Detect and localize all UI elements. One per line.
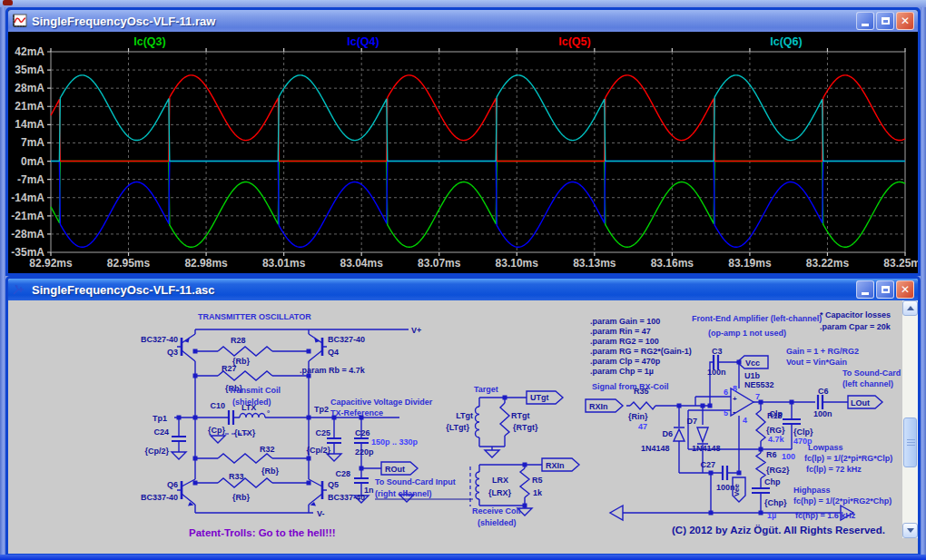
schematic-text: Lowpass — [808, 443, 843, 452]
schematic-text: ROut — [385, 465, 405, 474]
y-tick-label: -35mA — [11, 246, 44, 259]
schematic-text: .param Gain = 100 — [590, 317, 660, 326]
schematic-text: 1k — [533, 488, 543, 497]
schematic-text: C10 — [210, 401, 225, 410]
schematic-text: C28 — [335, 469, 350, 478]
y-tick-label: 7mA — [21, 136, 44, 149]
schematic-canvas[interactable]: TRANSMITTER OSCILLATORBC327-40Q3R28{Rb}B… — [8, 300, 918, 538]
schematic-text: Vcc — [745, 359, 760, 368]
y-tick-label: 14mA — [15, 118, 44, 131]
schematic-text: {RG2} — [766, 466, 790, 475]
up-arrow-icon — [907, 306, 914, 310]
x-tick-label: 83.10ms — [496, 257, 539, 270]
x-tick-label: 83.07ms — [418, 257, 461, 270]
schematic-text: LOut — [851, 398, 870, 408]
raw-close-button[interactable]: ✕ — [896, 12, 914, 30]
x-tick-label: 83.19ms — [728, 257, 772, 270]
schematic-text: Target — [474, 385, 498, 394]
schematic-text: 4 — [743, 416, 747, 425]
schematic-text: R6 — [766, 450, 777, 459]
schematic-text: BC337-40 — [141, 493, 178, 502]
raw-titlebar[interactable]: SingleFrequencyOsc-VLF-11.raw ✕ — [8, 10, 918, 32]
schematic-text: fc(hp) = 1/(2*pi*RG2*Chp) — [793, 496, 892, 506]
asc-maximize-button[interactable] — [876, 280, 894, 299]
schematic-text: 4.7k — [768, 435, 785, 444]
schematic-text: V+ — [411, 326, 421, 335]
schematic-drawing: TRANSMITTER OSCILLATORBC327-40Q3R28{Rb}B… — [8, 300, 902, 538]
schematic-text: {RG} — [766, 426, 785, 435]
plot-grid — [51, 52, 905, 252]
raw-minimize-button[interactable] — [856, 12, 874, 30]
waveform-plot: 82.92ms82.95ms82.98ms83.01ms83.04ms83.07… — [8, 32, 918, 273]
schematic-text: Q6 — [167, 480, 178, 489]
schematic-text: {Rb} — [261, 467, 279, 476]
schematic-text: C25 — [315, 428, 330, 437]
schematic-text: Vout = Vin*Gain — [786, 358, 847, 367]
raw-maximize-button[interactable] — [876, 12, 894, 30]
schematic-text: Tp1 — [153, 414, 167, 423]
plot-border — [51, 52, 905, 252]
schematic-text: Capacitive Voltage Divider — [330, 398, 433, 407]
ltspice-application: SingleFrequencyOsc-VLF-11.raw ✕ 82.92ms8… — [0, 0, 926, 560]
schematic-text: {Rin} — [628, 412, 648, 421]
scroll-up-button[interactable] — [902, 300, 918, 316]
schematic-text: R33 — [229, 472, 244, 481]
schematic-text: (right channel) — [375, 489, 432, 498]
schematic-text: 1N4148 — [641, 444, 670, 453]
schematic-text: D7 — [686, 417, 697, 426]
scroll-down-button[interactable] — [902, 523, 918, 538]
schematic-text: 100n — [813, 409, 832, 418]
schematic-text: + — [733, 395, 737, 403]
schematic-text: Front-End Amplifier (left-channel) — [692, 314, 822, 323]
x-tick-label: 83.13ms — [573, 257, 616, 270]
main-window-icon — [3, 0, 13, 5]
schematic-text: C26 — [355, 428, 370, 437]
schematic-text: 150p .. 330p — [371, 437, 419, 447]
asc-close-button[interactable]: ✕ — [896, 280, 914, 299]
schematic-text: Vee — [733, 484, 741, 496]
schematic-text: .param Clp = 470p — [590, 357, 661, 366]
schematic-text: Patent-Trolls: Go to the hell!!! — [189, 527, 336, 538]
vertical-scroll-thumb[interactable] — [903, 418, 917, 467]
y-tick-label: 0mA — [21, 155, 44, 168]
y-tick-label: 42mA — [15, 45, 44, 58]
schematic-text: NE5532 — [744, 380, 774, 389]
main-window-bottom-border — [0, 555, 926, 560]
schematic-text: BC327-40 — [328, 335, 365, 344]
schematic-text: Q4 — [328, 348, 339, 357]
schematic-text: (op-amp 1 not used) — [708, 329, 786, 338]
schematic-vertical-scrollbar[interactable] — [902, 300, 918, 538]
waveform-plot-area[interactable]: 82.92ms82.95ms82.98ms83.01ms83.04ms83.07… — [8, 32, 918, 273]
schematic-text: 5 — [724, 408, 728, 418]
y-tick-label: -7mA — [17, 173, 44, 186]
schematic-text: Q5 — [328, 480, 339, 489]
x-tick-label: 83.25ms — [883, 257, 918, 270]
schematic-text: .param Cpar = 20k — [820, 322, 892, 331]
schematic-text: (C) 2012 by Aziz Ögüt. All Rights Reserv… — [672, 525, 885, 535]
schematic-text: C27 — [700, 460, 715, 469]
schematic-text: U1b — [744, 371, 761, 380]
asc-window-title: SingleFrequencyOsc-VLF-11.asc — [32, 283, 856, 297]
schematic-text: fc(hp) = 1.6 kHz — [795, 511, 856, 520]
schematic-text: TRANSMITTER OSCILLATOR — [198, 312, 311, 321]
schematic-text: 8 — [733, 384, 737, 393]
schematic-text: (left channel) — [842, 379, 893, 388]
schematic-text: {RTgt} — [513, 423, 538, 432]
x-tick-label: 83.04ms — [340, 257, 383, 270]
schematic-text: R35 — [634, 387, 649, 396]
schematic-text: RXIn — [589, 402, 608, 411]
schematic-text: .param Rb = 4.7k — [300, 366, 366, 375]
schematic-text: {Cp/2} — [144, 447, 169, 456]
schematic-text: * Capacitor losses — [820, 310, 891, 319]
schematic-text: 100n — [707, 368, 726, 377]
legend-Ic(Q4): Ic(Q4) — [347, 35, 379, 48]
asc-minimize-button[interactable] — [856, 280, 874, 299]
schematic-text: BC337-40 — [328, 493, 365, 502]
schematic-text: .param RG = RG2*(Gain-1) — [590, 347, 692, 356]
schematic-text: .param RG2 = 100 — [590, 337, 659, 346]
transistor-base-bars — [182, 338, 322, 499]
x-tick-label: 83.16ms — [651, 257, 694, 270]
schematic-text: {Chp} — [764, 498, 787, 507]
asc-titlebar[interactable]: SingleFrequencyOsc-VLF-11.asc ✕ — [8, 279, 918, 300]
schematic-text: RTgt — [511, 411, 530, 420]
